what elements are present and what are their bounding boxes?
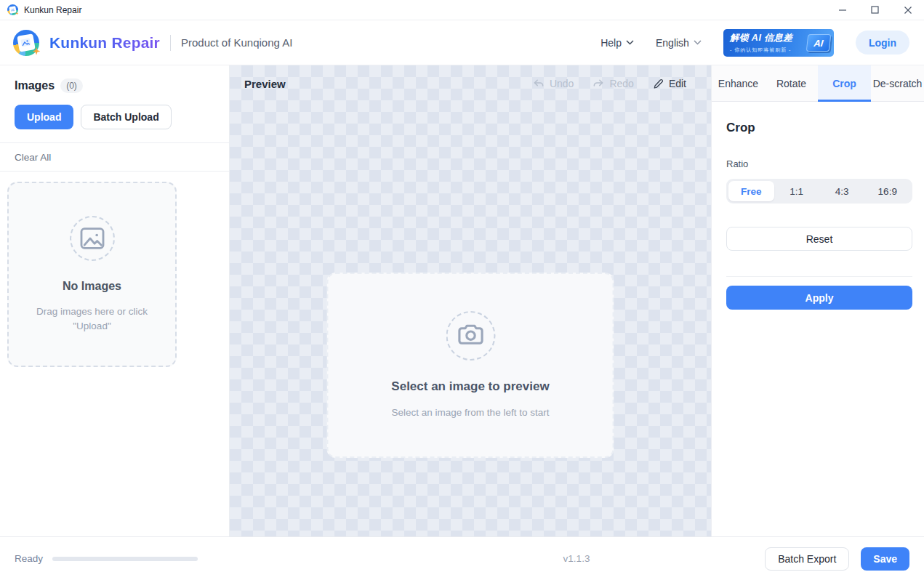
batch-export-button[interactable]: Batch Export: [765, 547, 849, 571]
crop-panel: Crop Ratio Free 1:1 4:3 16:9 Reset Apply: [712, 102, 924, 310]
edit-button[interactable]: Edit: [653, 78, 686, 89]
camera-icon: [454, 320, 486, 352]
header-brand-group: Kunkun Repair Product of Kunqiong AI: [13, 30, 292, 56]
preview-actions: Undo Redo Edit: [533, 78, 686, 89]
tab-rotate[interactable]: Rotate: [765, 65, 818, 101]
redo-button[interactable]: Redo: [592, 78, 633, 89]
app-icon: [7, 4, 18, 15]
promo-banner[interactable]: 解锁 AI 信息差 - 你的认知即将被刷新 - AI: [723, 29, 834, 57]
ratio-option-16-9[interactable]: 16:9: [865, 181, 911, 201]
clear-all-button[interactable]: Clear All: [15, 152, 51, 163]
images-sidebar: Images (0) Upload Batch Upload Clear All: [0, 65, 230, 536]
tab-crop[interactable]: Crop: [818, 65, 871, 101]
titlebar-left: Kunkun Repair: [7, 4, 81, 15]
image-drop-zone[interactable]: No Images Drag images here or click "Upl…: [7, 182, 177, 367]
batch-upload-button[interactable]: Batch Upload: [81, 105, 171, 129]
preview-placeholder-title: Select an image to preview: [391, 379, 549, 394]
tab-enhance[interactable]: Enhance: [712, 65, 765, 101]
tab-descratch[interactable]: De-scratch: [871, 65, 924, 101]
promo-banner-ai-badge: AI: [806, 34, 832, 52]
chevron-down-icon: [694, 40, 702, 45]
images-title-row: Images (0): [15, 78, 214, 93]
images-title: Images: [15, 79, 55, 92]
app-version: v1.1.3: [563, 553, 590, 564]
sidebar-buttons: Upload Batch Upload: [15, 105, 214, 129]
tools-panel: Enhance Rotate Crop De-scratch Crop Rati…: [711, 65, 924, 536]
window-controls: [826, 0, 924, 20]
images-count-badge: (0): [60, 78, 83, 93]
undo-label: Undo: [550, 78, 574, 89]
language-menu[interactable]: English: [656, 37, 702, 49]
picture-icon: [78, 224, 107, 253]
login-button[interactable]: Login: [856, 31, 909, 55]
reset-button[interactable]: Reset: [726, 227, 912, 251]
maximize-icon[interactable]: [859, 0, 891, 20]
preview-placeholder-hint: Select an image from the left to start: [387, 406, 554, 419]
preview-header: Preview Undo Redo: [230, 65, 711, 102]
statusbar: Ready v1.1.3 Batch Export Save: [0, 536, 924, 580]
language-menu-label: English: [656, 37, 689, 49]
camera-icon-circle: [446, 311, 495, 361]
help-menu-label: Help: [600, 37, 622, 49]
close-icon[interactable]: [891, 0, 924, 20]
preview-placeholder: Select an image to preview Select an ima…: [327, 273, 614, 458]
header: Kunkun Repair Product of Kunqiong AI Hel…: [0, 20, 924, 65]
main-content: Images (0) Upload Batch Upload Clear All: [0, 65, 924, 536]
crop-section-title: Crop: [726, 121, 912, 135]
titlebar: Kunkun Repair: [0, 0, 924, 20]
preview-canvas: Preview Undo Redo: [230, 65, 711, 536]
empty-images-title: No Images: [63, 280, 121, 293]
tools-tabs: Enhance Rotate Crop De-scratch: [712, 65, 924, 102]
promo-banner-title: 解锁 AI 信息差: [730, 32, 810, 44]
undo-button[interactable]: Undo: [533, 78, 574, 89]
chevron-down-icon: [626, 40, 634, 45]
header-actions: Help English 解锁 AI 信息差 - 你的认知即将被刷新 - AI …: [600, 29, 909, 57]
statusbar-actions: Batch Export Save: [765, 547, 909, 571]
brand-divider: [170, 35, 171, 51]
save-button[interactable]: Save: [861, 547, 909, 571]
minimize-icon[interactable]: [826, 0, 859, 20]
edit-label: Edit: [669, 78, 686, 89]
empty-images-hint: Drag images here or click "Upload": [23, 305, 161, 334]
ratio-option-4-3[interactable]: 4:3: [819, 181, 865, 201]
brand-subtitle: Product of Kunqiong AI: [181, 36, 292, 49]
redo-icon: [592, 78, 604, 89]
window-title: Kunkun Repair: [24, 5, 81, 15]
ratio-option-1-1[interactable]: 1:1: [774, 181, 820, 201]
ratio-label: Ratio: [726, 158, 912, 169]
help-menu[interactable]: Help: [600, 37, 634, 49]
sidebar-toolbar: Clear All: [0, 142, 229, 172]
status-text: Ready: [15, 553, 43, 564]
ratio-option-free[interactable]: Free: [728, 181, 774, 201]
panel-divider: [726, 276, 912, 277]
preview-title: Preview: [244, 78, 286, 90]
ratio-segmented-control: Free 1:1 4:3 16:9: [726, 179, 912, 204]
sidebar-head: Images (0) Upload Batch Upload: [0, 65, 229, 142]
progress-bar: [52, 557, 198, 561]
apply-button[interactable]: Apply: [726, 286, 912, 310]
app-logo-icon: [13, 30, 39, 56]
pencil-icon: [653, 78, 664, 89]
undo-icon: [533, 78, 545, 89]
app-window: Kunkun Repair Kunkun Repair Product of K…: [0, 0, 924, 580]
brand-title: Kunkun Repair: [49, 34, 160, 52]
redo-label: Redo: [609, 78, 633, 89]
upload-button[interactable]: Upload: [15, 105, 73, 129]
drop-icon-circle: [70, 216, 115, 261]
